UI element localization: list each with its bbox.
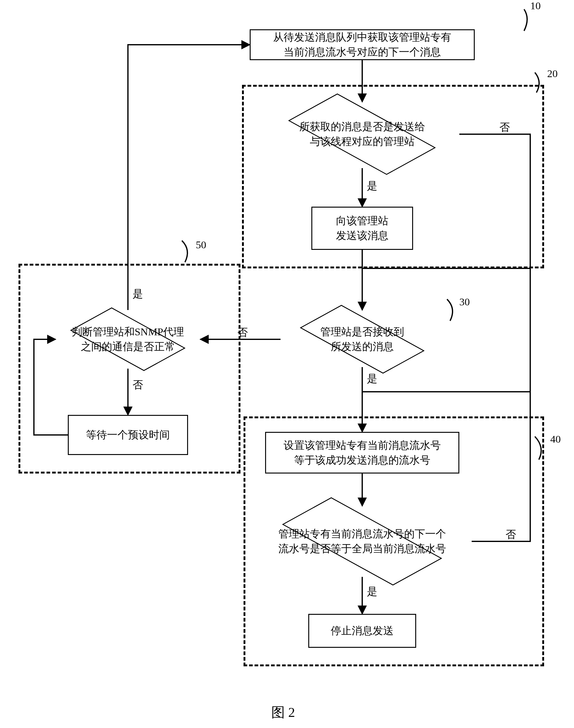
step-get-message: 从待发送消息队列中获取该管理站专有当前消息流水号对应的下一个消息 (250, 29, 475, 60)
step-text: 从待发送消息队列中获取该管理站专有当前消息流水号对应的下一个消息 (273, 30, 451, 59)
step-wait-preset: 等待一个预设时间 (68, 415, 188, 455)
decision-is-target-station: 所获取的消息是否是发送给与该线程对应的管理站 (263, 85, 461, 184)
label-no: 否 (505, 528, 516, 542)
step-set-serial: 设置该管理站专有当前消息流水号等于该成功发送消息的流水号 (265, 432, 459, 473)
label-yes: 是 (367, 584, 377, 599)
decision-text: 管理站专有当前消息流水号的下一个流水号是否等于全局当前消息流水号 (251, 527, 473, 556)
step-text: 向该管理站发送该消息 (336, 214, 388, 243)
node-number-10: 10 (530, 0, 541, 12)
node-number-40: 40 (550, 433, 561, 445)
flowchart-canvas: 从待发送消息队列中获取该管理站专有当前消息流水号对应的下一个消息 10 20 所… (0, 0, 574, 728)
step-text: 等待一个预设时间 (86, 427, 170, 443)
label-yes: 是 (367, 372, 377, 386)
step-text: 停止消息发送 (331, 623, 394, 638)
decision-text: 判断管理站和SNMP代理之间的通信是否正常 (54, 324, 202, 354)
decision-text: 管理站是否接收到所发送的消息 (279, 324, 445, 354)
label-no: 否 (499, 120, 510, 135)
figure-label: 图 2 (271, 703, 295, 722)
node-number-30: 30 (459, 296, 470, 308)
node-number-20: 20 (547, 68, 558, 80)
step-stop-sending: 停止消息发送 (308, 614, 416, 648)
decision-text: 所获取的消息是否是发送给与该线程对应的管理站 (263, 119, 461, 149)
decision-serial-equal: 管理站专有当前消息流水号的下一个流水号是否等于全局当前消息流水号 (251, 492, 473, 591)
step-text: 设置该管理站专有当前消息流水号等于该成功发送消息的流水号 (284, 438, 441, 467)
node-number-50: 50 (196, 239, 206, 251)
label-no: 否 (132, 378, 143, 392)
label-yes: 是 (367, 179, 377, 193)
decision-comm-normal: 判断管理站和SNMP代理之间的通信是否正常 (54, 298, 202, 381)
label-yes: 是 (132, 287, 143, 301)
step-send-message: 向该管理站发送该消息 (311, 207, 413, 250)
decision-received: 管理站是否接收到所发送的消息 (279, 298, 445, 381)
